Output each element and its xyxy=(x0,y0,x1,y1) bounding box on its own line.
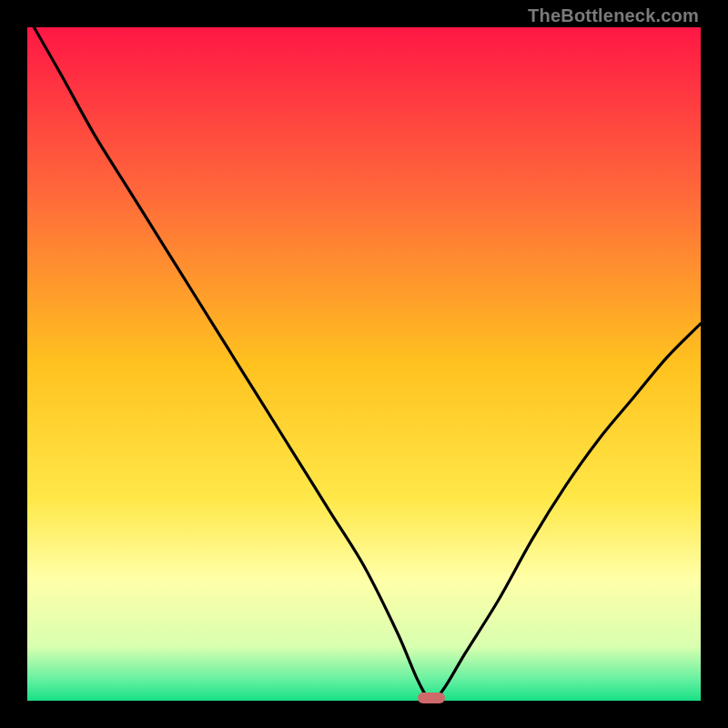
bottleneck-curve xyxy=(34,27,701,701)
optimal-marker xyxy=(418,693,445,703)
curve-layer xyxy=(27,27,701,701)
bottleneck-chart: TheBottleneck.com xyxy=(0,0,728,728)
watermark-text: TheBottleneck.com xyxy=(528,5,699,26)
plot-area xyxy=(27,27,701,701)
